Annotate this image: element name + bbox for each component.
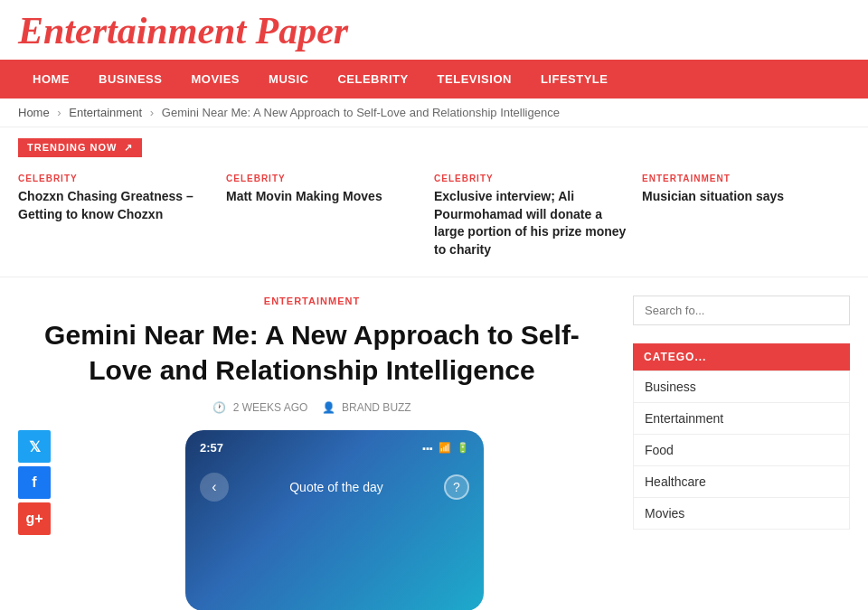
- search-input[interactable]: [633, 296, 850, 325]
- article-title: Gemini Near Me: A New Approach to Self-L…: [18, 317, 606, 388]
- breadcrumb-sep1: ›: [57, 106, 61, 119]
- nav-music[interactable]: MUSIC: [254, 60, 323, 99]
- twitter-share-button[interactable]: 𝕏: [18, 430, 51, 463]
- main-nav: HOME BUSINESS MOVIES MUSIC CELEBRITY TEL…: [0, 60, 868, 99]
- sidebar: CATEGO... Business Entertainment Food He…: [633, 296, 850, 610]
- nav-home[interactable]: HOME: [18, 60, 84, 99]
- nav-business[interactable]: BUSINESS: [84, 60, 176, 99]
- google-share-button[interactable]: g+: [18, 502, 51, 535]
- clock-icon: 🕐: [212, 401, 226, 414]
- trending-item-1-title[interactable]: Chozxn Chasing Greatness – Getting to kn…: [18, 188, 212, 223]
- trending-item-2: CELEBRITY Matt Movin Making Moves: [226, 174, 434, 258]
- breadcrumb: Home › Entertainment › Gemini Near Me: A…: [0, 99, 868, 127]
- article-meta: 🕐 2 WEEKS AGO 👤 BRAND BUZZ: [18, 401, 606, 414]
- phone-status-bar: 2:57 ▪▪▪ 📶 🔋: [200, 441, 469, 455]
- google-icon: g+: [25, 511, 42, 527]
- sidebar-categories-list: Business Entertainment Food Healthcare M…: [633, 371, 850, 530]
- trending-item-3: CELEBRITY Exclusive interview; Ali Pourm…: [434, 174, 642, 258]
- trending-item-2-title[interactable]: Matt Movin Making Moves: [226, 188, 420, 206]
- phone-nav-bar: ‹ Quote of the day ?: [200, 473, 469, 502]
- trending-item-4-title[interactable]: Musician situation says: [642, 188, 836, 206]
- breadcrumb-sep2: ›: [150, 106, 154, 119]
- signal-icon: ▪▪▪: [422, 443, 433, 454]
- phone-help-button[interactable]: ?: [444, 474, 469, 500]
- trending-item-4: ENTERTAINMENT Musician situation says: [642, 174, 850, 258]
- sidebar-category-entertainment[interactable]: Entertainment: [634, 403, 849, 435]
- sidebar-category-movies[interactable]: Movies: [634, 498, 849, 529]
- sidebar-category-healthcare[interactable]: Healthcare: [634, 466, 849, 498]
- breadcrumb-current: Gemini Near Me: A New Approach to Self-L…: [162, 106, 560, 119]
- nav-television[interactable]: TELEVISION: [423, 60, 526, 99]
- author-icon: 👤: [322, 401, 335, 414]
- sidebar-category-food[interactable]: Food: [634, 435, 849, 466]
- social-buttons: 𝕏 f g+: [18, 430, 51, 535]
- trending-bar: TRENDING NOW ↗: [0, 127, 868, 164]
- facebook-share-button[interactable]: f: [18, 466, 51, 499]
- wifi-icon: 📶: [439, 442, 451, 454]
- phone-mockup: 2:57 ▪▪▪ 📶 🔋 ‹ Quote of the day ?: [185, 430, 484, 610]
- sidebar-category-business[interactable]: Business: [634, 371, 849, 403]
- trending-item-2-category: CELEBRITY: [226, 174, 420, 183]
- nav-lifestyle[interactable]: LIFESTYLE: [526, 60, 623, 99]
- nav-celebrity[interactable]: CELEBRITY: [323, 60, 422, 99]
- battery-icon: 🔋: [457, 442, 469, 454]
- phone-back-button[interactable]: ‹: [200, 473, 229, 502]
- article-time: 2 WEEKS AGO: [233, 401, 308, 414]
- article-image-wrapper: 𝕏 f g+ 2:57 ▪▪▪ 📶 🔋: [63, 430, 606, 610]
- phone-time: 2:57: [200, 441, 223, 455]
- trending-label: TRENDING NOW ↗: [18, 138, 142, 157]
- question-icon: ?: [453, 480, 460, 494]
- article-author: BRAND BUZZ: [342, 401, 411, 414]
- phone-quote-label: Quote of the day: [289, 480, 383, 494]
- breadcrumb-parent[interactable]: Entertainment: [69, 106, 142, 119]
- trending-item-1: CELEBRITY Chozxn Chasing Greatness – Get…: [18, 174, 226, 258]
- article-category: ENTERTAINMENT: [18, 296, 606, 306]
- content-area: ENTERTAINMENT Gemini Near Me: A New Appr…: [18, 296, 633, 610]
- back-arrow-icon: ‹: [212, 479, 216, 495]
- sidebar-search: [633, 296, 850, 325]
- breadcrumb-home[interactable]: Home: [18, 106, 50, 119]
- sidebar-categories-title: CATEGO...: [633, 343, 850, 371]
- trending-item-3-title[interactable]: Exclusive interview; Ali Pourmohamad wil…: [434, 188, 628, 258]
- trending-arrow-icon: ↗: [124, 142, 133, 153]
- nav-movies[interactable]: MOVIES: [176, 60, 254, 99]
- site-header: Entertainment Paper: [0, 0, 868, 60]
- main-layout: ENTERTAINMENT Gemini Near Me: A New Appr…: [0, 277, 868, 610]
- trending-item-4-category: ENTERTAINMENT: [642, 174, 836, 183]
- facebook-icon: f: [32, 474, 36, 491]
- trending-item-3-category: CELEBRITY: [434, 174, 628, 183]
- site-title: Entertainment Paper: [18, 9, 850, 52]
- phone-status-icons: ▪▪▪ 📶 🔋: [422, 442, 469, 454]
- trending-item-1-category: CELEBRITY: [18, 174, 212, 183]
- trending-grid: CELEBRITY Chozxn Chasing Greatness – Get…: [0, 164, 868, 277]
- twitter-icon: 𝕏: [29, 438, 41, 455]
